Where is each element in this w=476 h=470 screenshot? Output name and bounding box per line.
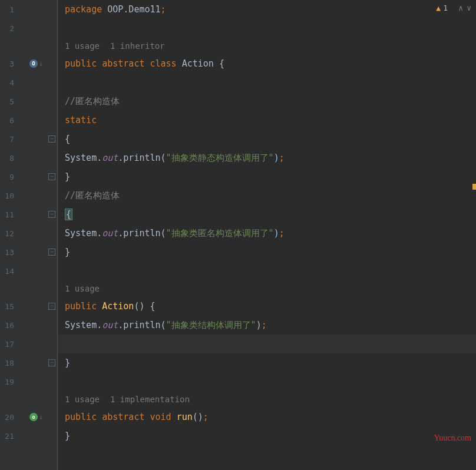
watermark: Yuucn.com [434,433,471,443]
line-num-10: 10 [0,191,18,200]
line-num-17: 17 [0,340,18,349]
line-num-15: 15 [0,302,18,311]
inheritor-icon[interactable]: O [29,59,38,68]
hint-line[interactable]: 1 usage1 implementation [58,391,476,408]
code-line[interactable]: } [58,426,476,445]
code-line-current[interactable] [58,335,476,353]
code-line[interactable]: public abstract class Action { [58,54,476,73]
line-num-21: 21 [0,432,18,441]
code-line[interactable]: package OOP.Demo11; [58,0,476,19]
code-editor: 1 2 3 O ↓ 4 5 6 7 − 8 9 − 10 11 − 12 13 … [0,0,476,470]
warning-count: 1 [443,4,448,12]
hint-line[interactable]: 1 usage1 inheritor [58,38,476,54]
code-line[interactable]: System.out.println("抽象类结构体调用了"); [58,316,476,335]
line-num-9: 9 [0,173,18,181]
line-num-1: 1 [0,5,18,14]
fold-icon[interactable]: − [48,173,55,180]
code-line[interactable]: static [58,111,476,130]
line-num-4: 4 [0,78,18,87]
line-num-6: 6 [0,116,18,125]
code-line[interactable]: } [58,243,476,262]
line-num-5: 5 [0,97,18,106]
code-line[interactable]: System.out.println("抽象类静态构造体调用了"); [58,148,476,167]
code-line[interactable] [58,262,476,280]
fold-icon[interactable]: − [48,249,55,256]
code-line[interactable] [58,372,476,391]
arrow-down-icon: ↓ [39,60,43,68]
code-line[interactable]: //匿名构造体 [58,92,476,111]
line-num-3: 3 [0,59,18,68]
line-num-11: 11 [0,210,18,219]
scrollbar-marker[interactable] [472,184,476,190]
line-num-13: 13 [0,248,18,257]
line-num-19: 19 [0,378,18,386]
code-line[interactable] [58,19,476,38]
fold-icon[interactable]: − [48,211,55,218]
fold-icon[interactable]: − [48,135,55,143]
code-line[interactable]: { [58,130,476,148]
code-line[interactable]: public abstract void run(); [58,408,476,426]
line-num-18: 18 [0,359,18,368]
line-num-20: 20 [0,413,18,422]
code-line[interactable]: } [58,353,476,372]
code-area[interactable]: ▲ 1 ∧ ∨ package OOP.Demo11; 1 usage1 inh… [58,0,476,470]
nav-up-icon[interactable]: ∧ [458,4,463,12]
line-num-7: 7 [0,135,18,144]
fold-icon[interactable]: − [48,359,55,366]
code-line[interactable]: { [58,205,476,224]
fold-icon[interactable]: − [48,303,55,310]
nav-arrows: ∧ ∨ [458,4,471,12]
code-line[interactable]: //匿名构造体 [58,186,476,205]
implementation-icon[interactable]: o [29,413,38,421]
code-line[interactable]: public Action() { [58,297,476,316]
warning-triangle-icon: ▲ [436,4,441,12]
line-num-16: 16 [0,321,18,330]
code-line[interactable] [58,73,476,92]
gutter: 1 2 3 O ↓ 4 5 6 7 − 8 9 − 10 11 − 12 13 … [0,0,58,470]
nav-down-icon[interactable]: ∨ [467,4,471,12]
code-line[interactable]: } [58,167,476,186]
warning-badge[interactable]: ▲ 1 [436,4,448,12]
line-num-8: 8 [0,154,18,163]
line-num-2: 2 [0,24,18,33]
line-num-14: 14 [0,267,18,276]
line-num-12: 12 [0,229,18,238]
code-line[interactable]: System.out.println("抽象类匿名构造体调用了"); [58,224,476,243]
hint-line[interactable]: 1 usage [58,280,476,297]
arrow-down-icon: ↓ [39,413,43,421]
